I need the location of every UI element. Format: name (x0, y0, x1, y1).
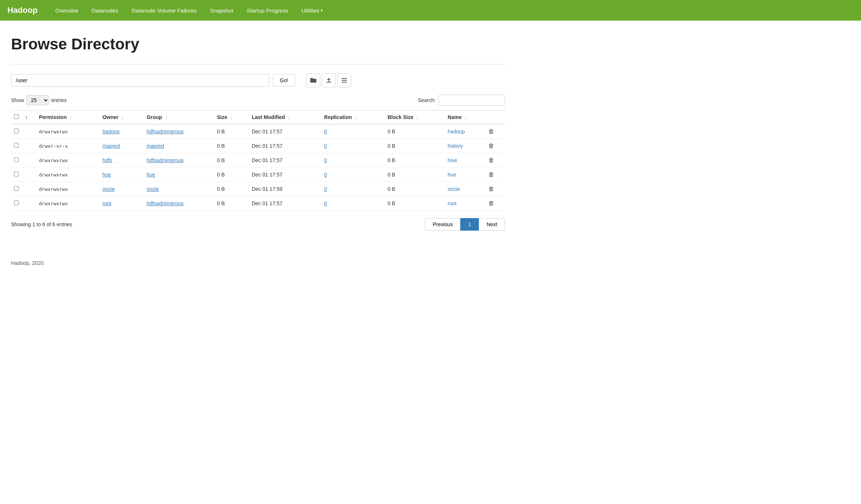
row-delete-cell[interactable]: 🗑 (485, 139, 505, 153)
navbar-brand[interactable]: Hadoop (7, 6, 38, 15)
row-checkbox-cell[interactable] (11, 153, 22, 168)
row-permission: drwxrwxrwx (36, 153, 100, 168)
select-all-checkbox[interactable] (14, 114, 19, 119)
row-replication: 0 (321, 196, 384, 211)
row-replication: 0 (321, 182, 384, 196)
th-owner[interactable]: Owner ↕ (100, 111, 144, 125)
row-checkbox[interactable] (14, 129, 19, 133)
row-index-cell (22, 182, 36, 196)
permission-sort-icon: ↕ (70, 115, 72, 120)
row-checkbox-cell[interactable] (11, 139, 22, 153)
nav-item-startup-progress[interactable]: Startup Progress (240, 4, 295, 17)
th-replication[interactable]: Replication ↕ (321, 111, 384, 125)
nav-item-utilities[interactable]: Utilities ▾ (295, 4, 330, 17)
footer-text: Hadoop, 2020. (11, 260, 45, 266)
row-size: 0 B (214, 153, 249, 168)
nav-item-datanode-volume-failures[interactable]: Datanode Volume Failures (125, 4, 203, 17)
search-label: Search: (418, 97, 436, 103)
row-owner: oozie (100, 182, 144, 196)
nav-item-datanodes[interactable]: Datanodes (85, 4, 125, 17)
entries-select[interactable]: 10 25 50 100 (26, 95, 49, 105)
row-replication: 0 (321, 153, 384, 168)
th-block-size[interactable]: Block Size ↕ (384, 111, 445, 125)
block-size-sort-icon: ↕ (416, 115, 418, 120)
row-checkbox-cell[interactable] (11, 124, 22, 139)
row-name[interactable]: hive (445, 153, 486, 168)
owner-sort-icon: ↕ (121, 115, 123, 120)
th-last-modified[interactable]: Last Modified ↕ (249, 111, 321, 125)
row-size: 0 B (214, 182, 249, 196)
previous-button[interactable]: Previous (425, 218, 460, 231)
row-index-cell (22, 139, 36, 153)
row-replication: 0 (321, 168, 384, 182)
table-header-row: ↕ Permission ↕ Owner ↕ Group ↕ Size ↕ (11, 111, 505, 125)
folder-icon-button[interactable] (306, 73, 320, 87)
row-name[interactable]: history (445, 139, 486, 153)
delete-icon[interactable]: 🗑 (488, 128, 494, 134)
table-row: drwxrwxrwx root hdfsadmingroup 0 B Dec 0… (11, 196, 505, 211)
row-block-size: 0 B (384, 196, 445, 211)
path-input[interactable] (11, 74, 269, 87)
row-replication: 0 (321, 124, 384, 139)
replication-sort-icon: ↕ (355, 115, 357, 120)
name-header-label: Name (448, 114, 462, 120)
row-checkbox[interactable] (14, 157, 19, 162)
navbar: Hadoop Overview Datanodes Datanode Volum… (0, 0, 861, 21)
row-group: hdfsadmingroup (144, 196, 214, 211)
row-group: oozie (144, 182, 214, 196)
list-icon-button[interactable] (337, 73, 351, 87)
row-name[interactable]: hadoop (445, 124, 486, 139)
delete-icon[interactable]: 🗑 (488, 157, 494, 163)
row-delete-cell[interactable]: 🗑 (485, 153, 505, 168)
icon-buttons (306, 73, 351, 87)
next-button[interactable]: Next (479, 218, 505, 231)
th-permission[interactable]: Permission ↕ (36, 111, 100, 125)
footer: Hadoop, 2020. (11, 253, 505, 266)
th-name[interactable]: Name ↕ (445, 111, 486, 125)
row-last-modified: Dec 01 17:57 (249, 168, 321, 182)
row-delete-cell[interactable]: 🗑 (485, 124, 505, 139)
permission-header-label: Permission (39, 114, 67, 120)
svg-rect-2 (342, 82, 347, 83)
row-checkbox[interactable] (14, 186, 19, 191)
row-owner: hadoop (100, 124, 144, 139)
row-owner: hdfs (100, 153, 144, 168)
delete-icon[interactable]: 🗑 (488, 186, 494, 192)
go-button[interactable]: Go! (273, 74, 295, 87)
svg-rect-1 (342, 80, 347, 81)
row-checkbox[interactable] (14, 143, 19, 148)
block-size-header-label: Block Size (387, 114, 413, 120)
delete-icon[interactable]: 🗑 (488, 171, 494, 178)
upload-icon-button[interactable] (322, 73, 336, 87)
nav-item-overview[interactable]: Overview (49, 4, 85, 17)
th-size[interactable]: Size ↕ (214, 111, 249, 125)
row-checkbox-cell[interactable] (11, 196, 22, 211)
row-permission: drwxrwxrwx (36, 124, 100, 139)
row-permission: drwxrwxrwx (36, 196, 100, 211)
nav-item-snapshot[interactable]: Snapshot (203, 4, 240, 17)
pagination-buttons: Previous 1 Next (425, 218, 505, 231)
row-last-modified: Dec 01 17:57 (249, 124, 321, 139)
th-sort-icon[interactable]: ↕ (22, 111, 36, 125)
search-input[interactable] (439, 95, 505, 106)
row-size: 0 B (214, 196, 249, 211)
svg-rect-0 (342, 78, 347, 79)
row-delete-cell[interactable]: 🗑 (485, 168, 505, 182)
row-delete-cell[interactable]: 🗑 (485, 196, 505, 211)
row-checkbox-cell[interactable] (11, 168, 22, 182)
row-name[interactable]: oozie (445, 182, 486, 196)
row-name[interactable]: hue (445, 168, 486, 182)
row-checkbox[interactable] (14, 172, 19, 176)
row-block-size: 0 B (384, 153, 445, 168)
table-body: drwxrwxrwx hadoop hdfsadmingroup 0 B Dec… (11, 124, 505, 211)
delete-icon[interactable]: 🗑 (488, 200, 494, 206)
row-checkbox-cell[interactable] (11, 182, 22, 196)
delete-icon[interactable]: 🗑 (488, 143, 494, 149)
th-group[interactable]: Group ↕ (144, 111, 214, 125)
select-all-header[interactable] (11, 111, 22, 125)
page-1-button[interactable]: 1 (460, 218, 479, 231)
row-block-size: 0 B (384, 182, 445, 196)
row-checkbox[interactable] (14, 200, 19, 205)
row-name[interactable]: root (445, 196, 486, 211)
row-delete-cell[interactable]: 🗑 (485, 182, 505, 196)
